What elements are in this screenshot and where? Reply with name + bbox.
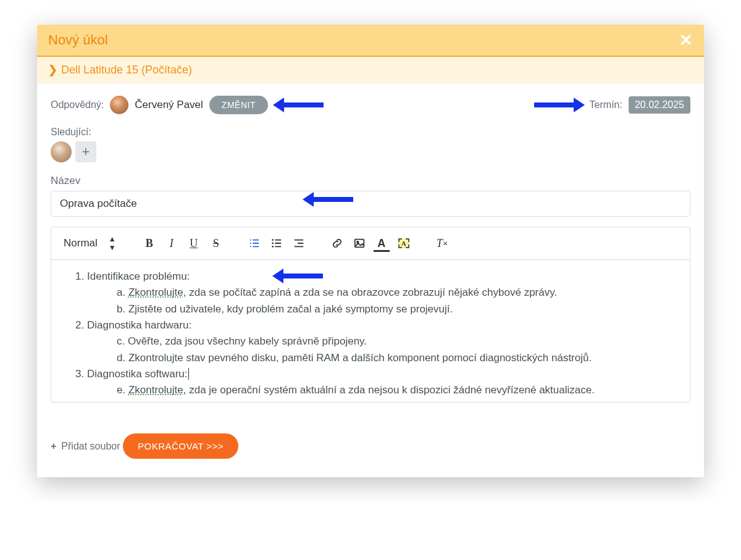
follower-avatar[interactable] — [51, 141, 72, 162]
modal-title: Nový úkol — [48, 32, 108, 48]
highlight-icon[interactable]: A — [394, 234, 414, 253]
avatar[interactable] — [110, 96, 128, 114]
new-task-modal: Nový úkol ✕ ❯ Dell Latitude 15 (Počítače… — [37, 25, 704, 477]
chevron-right-icon: ❯ — [48, 63, 57, 77]
italic-icon[interactable]: I — [162, 234, 182, 253]
list-item: a. Zkontrolujte, zda se počítač zapíná a… — [117, 285, 680, 301]
plus-icon: + — [51, 441, 56, 452]
modal-header: Nový úkol ✕ — [37, 25, 704, 57]
change-button[interactable]: ZMĚNIT — [209, 96, 268, 114]
editor-toolbar: Normal ▲▼ B I U S — [51, 227, 690, 260]
annotation-arrow-icon — [304, 194, 353, 204]
list-item: Diagnostika softwaru:e. Zkontrolujte, zd… — [87, 366, 680, 402]
name-input[interactable] — [51, 191, 690, 217]
list-item: f. Proveďte antivirovou kontrolu a odstr… — [117, 399, 680, 402]
close-icon[interactable]: ✕ — [679, 32, 693, 48]
chevron-updown-icon: ▲▼ — [109, 235, 116, 252]
svg-point-7 — [272, 243, 274, 244]
list-item: d. Zkontrolujte stav pevného disku, pamě… — [117, 350, 680, 366]
responsible-person: Červený Pavel — [135, 99, 203, 111]
annotation-arrow-icon — [274, 100, 324, 110]
deadline-badge[interactable]: 20.02.2025 — [629, 96, 690, 114]
add-follower-button[interactable]: + — [75, 141, 96, 162]
list-item: b. Zjistěte od uživatele, kdy problém za… — [117, 301, 680, 317]
list-item: c. Ověřte, zda jsou všechny kabely správ… — [117, 333, 680, 349]
list-item: Diagnostika hardwaru:c. Ověřte, zda jsou… — [87, 317, 680, 366]
top-row: Odpovědný: Červený Pavel ZMĚNIT Termín: … — [51, 96, 690, 114]
add-file-label: Přidat soubor — [61, 441, 120, 452]
responsible-label: Odpovědný: — [51, 99, 104, 111]
ordered-list-icon[interactable] — [245, 234, 264, 253]
strikethrough-icon[interactable]: S — [206, 234, 226, 253]
format-select-label: Normal — [64, 237, 98, 249]
editor-content[interactable]: Identifikace problému:a. Zkontrolujte, z… — [51, 260, 690, 402]
svg-point-8 — [272, 246, 274, 248]
text-color-icon[interactable]: A — [372, 234, 391, 253]
deadline-label: Termín: — [590, 99, 622, 111]
svg-point-6 — [272, 239, 274, 241]
bold-icon[interactable]: B — [140, 234, 159, 253]
followers-label: Sledující: — [51, 127, 91, 137]
list-item: e. Zkontrolujte, zda je operační systém … — [117, 382, 680, 398]
underline-icon[interactable]: U — [184, 234, 204, 253]
rich-text-editor: Normal ▲▼ B I U S — [51, 227, 690, 403]
list-item: Identifikace problému:a. Zkontrolujte, z… — [87, 269, 680, 317]
continue-button[interactable]: POKRAČOVAT >>> — [123, 433, 238, 459]
indent-icon[interactable] — [289, 234, 309, 253]
unordered-list-icon[interactable] — [267, 234, 287, 253]
breadcrumb-text: Dell Latitude 15 (Počítače) — [61, 64, 192, 77]
annotation-arrow-icon — [274, 271, 323, 281]
followers-section: Sledující: + — [51, 127, 690, 162]
name-label: Název — [51, 175, 690, 187]
add-file-button[interactable]: + Přidat soubor — [51, 441, 120, 452]
clear-format-icon[interactable]: T✕ — [432, 234, 452, 253]
annotation-arrow-icon — [534, 100, 584, 110]
format-select[interactable]: Normal ▲▼ — [59, 232, 121, 254]
image-icon[interactable] — [350, 234, 369, 253]
breadcrumb[interactable]: ❯ Dell Latitude 15 (Počítače) — [37, 57, 704, 83]
link-icon[interactable] — [327, 234, 347, 253]
